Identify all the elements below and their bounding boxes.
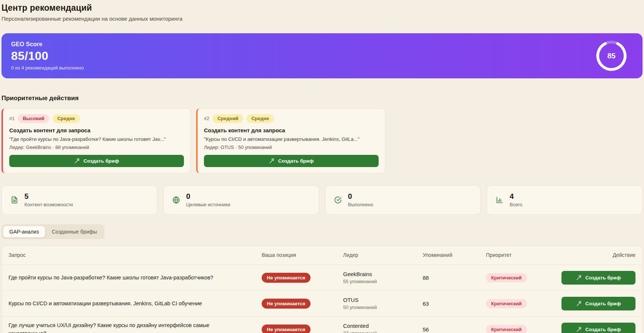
column-header-action: Действие	[543, 252, 635, 258]
priority-card-1: #1 Высокий Средне Создать контент для за…	[1, 108, 191, 173]
geo-score-note: 0 из 4 рекомендаций выполнено	[11, 65, 84, 71]
create-brief-button-label: Создать бриф	[586, 327, 621, 332]
geo-score-value: 85/100	[11, 49, 84, 63]
leader-cell: OTUS 50 упоминаний	[343, 297, 423, 310]
stat-value: 0	[186, 192, 230, 201]
leader-cell: Contented 37 упоминаний	[343, 323, 423, 333]
card-title: Создать контент для запроса	[204, 127, 379, 133]
card-leader-line: Лидер: OTUS · 50 упоминаний	[204, 145, 379, 150]
rank-label: #2	[204, 116, 209, 121]
stats-row: 5 Контент-возможности 0 Целевые источник…	[1, 185, 643, 215]
position-badge: Не упоминается	[262, 273, 311, 283]
magic-wand-icon	[576, 326, 582, 332]
mentions-count: 88	[423, 275, 486, 281]
geo-score-label: GEO Score	[11, 41, 84, 48]
document-icon	[11, 196, 18, 204]
create-brief-button-label: Создать бриф	[586, 301, 621, 306]
column-header-mentions: Упоминаний	[423, 252, 486, 258]
table-row: Где лучше учиться UX/UI дизайну? Какие к…	[2, 317, 642, 333]
gap-analysis-table: Запрос Ваша позиция Лидер Упоминаний При…	[1, 245, 643, 333]
stat-card-completed: 0 Выполнено	[325, 185, 481, 215]
stat-label: Целевые источники	[186, 202, 230, 207]
leader-name: Contented	[343, 323, 423, 329]
mentions-count: 63	[423, 300, 486, 307]
column-header-position: Ваша позиция	[262, 252, 343, 258]
stat-value: 5	[24, 192, 73, 201]
priority-card-1-badges: #1 Высокий Средне	[9, 114, 184, 123]
stat-label: Всего	[510, 202, 522, 207]
leader-cell: GeekBrains 55 упоминаний	[343, 271, 423, 284]
magic-wand-icon	[269, 158, 275, 164]
leader-mentions: 37 упоминаний	[343, 330, 423, 333]
priority-card-2: #2 Средний Средне Создать контент для за…	[196, 108, 385, 173]
stat-texts: 0 Целевые источники	[186, 192, 230, 207]
effort-badge: Средне	[246, 114, 274, 123]
geo-score-texts: GEO Score 85/100 0 из 4 рекомендаций вып…	[11, 41, 84, 71]
column-header-priority: Приоритет	[486, 252, 543, 258]
priority-badge: Критический	[486, 273, 527, 282]
leader-name: GeekBrains	[343, 271, 423, 277]
position-badge: Не упоминается	[262, 324, 311, 333]
priority-badge: Критический	[486, 299, 527, 308]
tabs-switcher: GAP-анализ Созданные брифы	[1, 224, 104, 239]
priority-badge: Средний	[212, 114, 243, 123]
bar-chart-icon	[496, 196, 503, 204]
create-brief-button[interactable]: Создать бриф	[9, 155, 184, 167]
create-brief-button[interactable]: Создать бриф	[561, 271, 635, 285]
table-header-row: Запрос Ваша позиция Лидер Упоминаний При…	[2, 246, 642, 265]
priority-actions-heading: Приоритетные действия	[1, 95, 643, 102]
table-row: Где пройти курсы по Java-разработке? Как…	[2, 265, 642, 291]
effort-badge: Средне	[53, 114, 80, 123]
leader-mentions: 50 упоминаний	[343, 305, 423, 310]
magic-wand-icon	[576, 300, 582, 306]
create-brief-button-label: Создать бриф	[278, 158, 314, 164]
page-title: Центр рекомендаций	[1, 3, 643, 13]
mentions-count: 56	[423, 326, 486, 333]
geo-ring-number: 85	[595, 40, 628, 72]
query-text: Курсы по CI/CD и автоматизации развертыв…	[9, 299, 262, 307]
stat-label: Контент-возможности	[24, 202, 73, 207]
tab-gap-analysis[interactable]: GAP-анализ	[3, 226, 45, 238]
stat-texts: 4 Всего	[510, 192, 522, 207]
card-query: "Где пройти курсы по Java-разработке? Ка…	[9, 136, 184, 142]
query-text: Где пройти курсы по Java-разработке? Как…	[9, 273, 262, 282]
priority-badge: Высокий	[18, 114, 49, 123]
create-brief-button[interactable]: Создать бриф	[561, 297, 635, 310]
card-title: Создать контент для запроса	[9, 127, 184, 133]
page-subtitle: Персонализированные рекомендации на осно…	[1, 16, 643, 22]
priority-card-2-badges: #2 Средний Средне	[204, 114, 379, 123]
check-circle-icon	[334, 196, 342, 204]
column-header-leader: Лидер	[343, 252, 423, 258]
stat-card-target-sources: 0 Целевые источники	[163, 185, 319, 215]
card-leader-line: Лидер: GeekBrains · 88 упоминаний	[9, 145, 184, 150]
stat-texts: 0 Выполнено	[348, 192, 373, 207]
create-brief-button[interactable]: Создать бриф	[204, 155, 379, 167]
tab-created-briefs[interactable]: Созданные брифы	[46, 226, 103, 237]
magic-wand-icon	[576, 275, 582, 281]
create-brief-button-label: Создать бриф	[586, 275, 621, 281]
stat-value: 0	[348, 192, 373, 201]
stat-value: 4	[510, 192, 522, 201]
position-badge: Не упоминается	[262, 299, 311, 309]
rank-label: #1	[9, 116, 14, 121]
stat-card-total: 4 Всего	[487, 185, 643, 215]
magic-wand-icon	[74, 158, 80, 164]
stat-card-content-opportunities: 5 Контент-возможности	[1, 185, 157, 215]
priority-badge: Критический	[486, 325, 527, 333]
create-brief-button[interactable]: Создать бриф	[561, 323, 635, 333]
create-brief-button-label: Создать бриф	[84, 158, 119, 164]
stat-label: Выполнено	[348, 202, 373, 207]
card-query: "Курсы по CI/CD и автоматизации разверты…	[204, 136, 379, 142]
geo-score-ring: 85	[595, 40, 628, 72]
column-header-query: Запрос	[9, 252, 262, 258]
priority-cards: #1 Высокий Средне Создать контент для за…	[1, 108, 643, 173]
leader-name: OTUS	[343, 297, 423, 303]
stat-texts: 5 Контент-возможности	[24, 192, 73, 207]
page-header: Центр рекомендаций Персонализированные р…	[1, 3, 643, 22]
query-text: Где лучше учиться UX/UI дизайну? Какие к…	[9, 321, 262, 333]
table-row: Курсы по CI/CD и автоматизации развертыв…	[2, 291, 642, 317]
leader-mentions: 55 упоминаний	[343, 279, 423, 284]
globe-icon	[172, 196, 180, 204]
geo-score-banner: GEO Score 85/100 0 из 4 рекомендаций вып…	[1, 33, 643, 78]
